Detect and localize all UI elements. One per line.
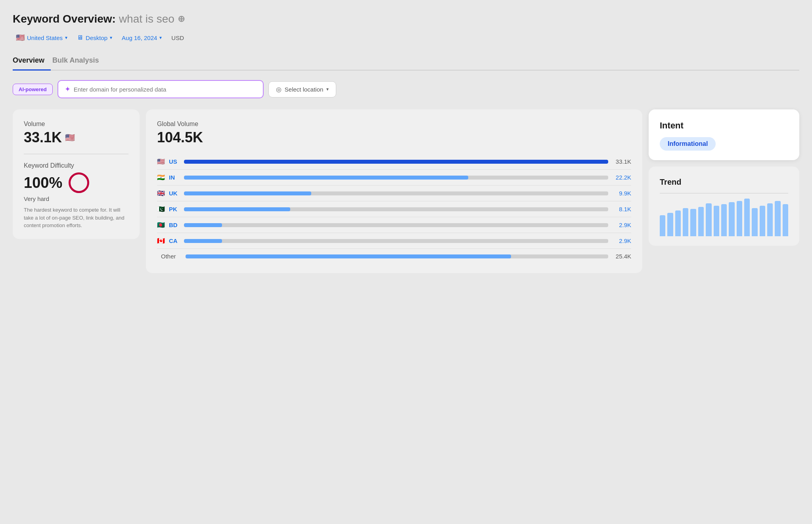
volume-number: 33.1K xyxy=(24,129,62,146)
tabs-row: Overview Bulk Analysis xyxy=(13,53,799,71)
date-filter[interactable]: Aug 16, 2024 ▾ xyxy=(119,33,165,43)
other-label: Other xyxy=(161,253,182,260)
country-row: 🇧🇩 BD 2.9K xyxy=(157,217,631,233)
trend-bar xyxy=(690,209,696,236)
trend-bar xyxy=(752,208,757,236)
volume-flag: 🇺🇸 xyxy=(65,133,75,142)
other-row: Other 25.4K xyxy=(157,249,631,264)
add-keyword-icon[interactable]: ⊕ xyxy=(178,14,185,24)
trend-card: Trend xyxy=(649,166,799,246)
trend-bar xyxy=(660,215,665,236)
volume-value: 33.1K 🇺🇸 xyxy=(24,129,128,146)
currency-label: USD xyxy=(171,34,184,41)
flag-icon: 🇨🇦 xyxy=(157,237,165,245)
kd-hardness-label: Very hard xyxy=(24,195,128,202)
country-code: IN xyxy=(169,174,180,181)
trend-bar xyxy=(783,204,788,236)
trend-bar xyxy=(760,206,765,236)
flag-icon: 🇺🇸 xyxy=(157,158,165,165)
country-code: BD xyxy=(169,222,180,228)
flag-icon: 🇮🇳 xyxy=(157,174,165,181)
country-row: 🇺🇸 US 33.1K xyxy=(157,154,631,169)
global-volume-label: Global Volume xyxy=(157,120,631,128)
trend-bar xyxy=(698,207,704,236)
country-bar-wrap xyxy=(184,207,608,211)
global-volume-card: Global Volume 104.5K 🇺🇸 US 33.1K 🇮🇳 IN 2… xyxy=(146,109,642,273)
location-icon: ◎ xyxy=(276,86,282,93)
intent-card: Intent Informational xyxy=(649,109,799,160)
flag-icon: 🇧🇩 xyxy=(157,221,165,229)
country-filter[interactable]: 🇺🇸 United States ▾ xyxy=(13,32,71,44)
location-label: Select location xyxy=(285,86,324,93)
country-value: 8.1K xyxy=(612,206,631,212)
trend-bar xyxy=(706,203,711,236)
trend-bar xyxy=(767,203,773,236)
cards-row: Volume 33.1K 🇺🇸 Keyword Difficulty 100% … xyxy=(13,109,799,273)
country-code: UK xyxy=(169,190,180,197)
intent-badge: Informational xyxy=(660,137,716,151)
tab-bulk-analysis[interactable]: Bulk Analysis xyxy=(51,53,105,71)
kd-label: Keyword Difficulty xyxy=(24,162,128,169)
kd-difficulty-circle xyxy=(69,172,89,193)
domain-input-wrap[interactable]: ✦ xyxy=(57,80,264,98)
country-code: US xyxy=(169,158,180,165)
other-value: 25.4K xyxy=(612,253,631,260)
country-code: PK xyxy=(169,206,180,212)
trend-bar xyxy=(683,208,688,236)
title-prefix: Keyword Overview: xyxy=(13,13,116,25)
country-bar-wrap xyxy=(184,191,608,195)
kd-percent: 100% xyxy=(24,174,62,191)
country-rows: 🇺🇸 US 33.1K 🇮🇳 IN 22.2K 🇬🇧 UK 9.9K 🇵🇰 PK xyxy=(157,154,631,249)
trend-bar xyxy=(775,201,780,236)
filters-row: 🇺🇸 United States ▾ 🖥 Desktop ▾ Aug 16, 2… xyxy=(13,32,799,44)
right-column: Intent Informational Trend xyxy=(649,109,799,246)
device-icon: 🖥 xyxy=(77,34,83,41)
country-bar-fill xyxy=(184,239,222,243)
kd-description: The hardest keyword to compete for. It w… xyxy=(24,206,128,229)
search-row: AI-powered ✦ ◎ Select location ▾ xyxy=(13,80,799,98)
trend-bar xyxy=(675,210,681,236)
trend-bar xyxy=(667,213,673,236)
domain-input[interactable] xyxy=(74,86,257,93)
ai-powered-badge: AI-powered xyxy=(13,84,53,95)
volume-kd-card: Volume 33.1K 🇺🇸 Keyword Difficulty 100% … xyxy=(13,109,140,239)
country-row: 🇨🇦 CA 2.9K xyxy=(157,233,631,249)
device-label: Desktop xyxy=(86,34,107,41)
country-value: 22.2K xyxy=(612,174,631,181)
other-bar-wrap xyxy=(186,254,608,258)
date-chevron: ▾ xyxy=(159,35,162,40)
trend-bar xyxy=(714,206,719,236)
country-code: CA xyxy=(169,237,180,244)
country-bar-fill xyxy=(184,223,222,227)
trend-bar xyxy=(737,201,742,236)
country-value: 2.9K xyxy=(612,237,631,244)
title-keyword: what is seo xyxy=(119,13,174,25)
device-chevron: ▾ xyxy=(110,35,112,40)
flag-icon: 🇬🇧 xyxy=(157,189,165,197)
trend-title: Trend xyxy=(660,178,788,187)
country-chevron: ▾ xyxy=(65,35,67,40)
device-filter[interactable]: 🖥 Desktop ▾ xyxy=(74,33,115,43)
trend-chart-wrap xyxy=(660,193,788,236)
country-bar-wrap xyxy=(184,160,608,164)
country-bar-wrap xyxy=(184,176,608,180)
kd-value-row: 100% xyxy=(24,172,128,193)
trend-bar xyxy=(729,202,734,236)
country-row: 🇮🇳 IN 22.2K xyxy=(157,169,631,185)
other-bar-fill xyxy=(186,254,511,258)
country-bar-fill xyxy=(184,207,290,211)
intent-title: Intent xyxy=(660,120,788,131)
country-bar-fill xyxy=(184,160,608,164)
sparkle-icon: ✦ xyxy=(65,85,71,94)
country-bar-wrap xyxy=(184,239,608,243)
trend-chart xyxy=(660,197,788,236)
page-title: Keyword Overview: what is seo ⊕ xyxy=(13,13,799,25)
date-label: Aug 16, 2024 xyxy=(122,34,157,41)
location-selector[interactable]: ◎ Select location ▾ xyxy=(268,81,337,98)
country-value: 33.1K xyxy=(612,158,631,165)
trend-bar xyxy=(744,199,750,236)
country-bar-wrap xyxy=(184,223,608,227)
tab-overview[interactable]: Overview xyxy=(13,53,51,71)
card-divider xyxy=(24,154,128,154)
country-row: 🇵🇰 PK 8.1K xyxy=(157,201,631,217)
